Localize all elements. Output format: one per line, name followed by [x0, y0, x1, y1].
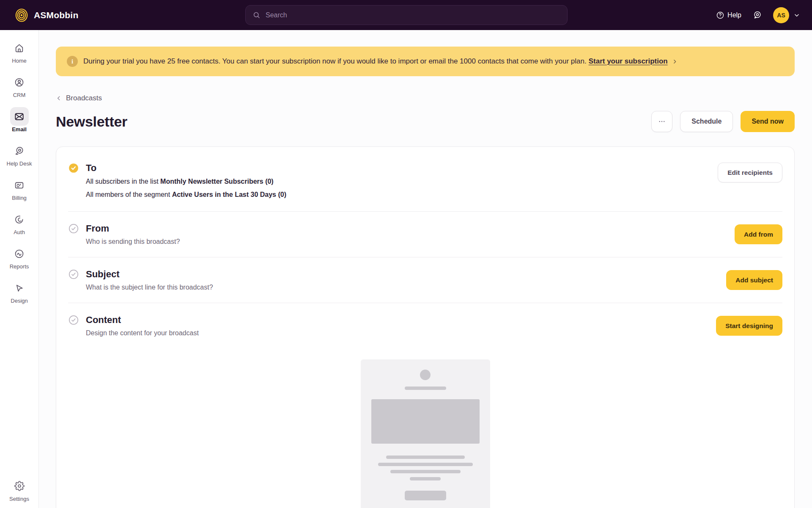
- sidebar-item-design[interactable]: Design: [0, 279, 39, 313]
- chat-bubble-icon: [752, 10, 762, 20]
- to-line-prefix: All members of the segment: [86, 191, 172, 198]
- help-icon: [716, 11, 724, 19]
- chevron-left-icon: [56, 95, 62, 101]
- check-circle-outline-icon: [68, 269, 79, 280]
- envelope-icon: [10, 107, 29, 126]
- credit-card-icon: [10, 176, 29, 194]
- to-recipients-line: All members of the segment Active Users …: [86, 190, 711, 200]
- trial-banner: i During your trial you have 25 free con…: [56, 47, 795, 76]
- placeholder-button: [405, 491, 446, 500]
- sidebar-item-label: Design: [11, 298, 27, 304]
- main-content: i During your trial you have 25 free con…: [39, 30, 812, 508]
- sidebar-item-label: Reports: [10, 263, 29, 270]
- section-title: To: [86, 163, 96, 174]
- start-subscription-link[interactable]: Start your subscription: [589, 57, 668, 65]
- check-circle-outline-icon: [68, 315, 79, 326]
- sidebar-item-label: Home: [12, 58, 27, 64]
- sidebar-item-label: Settings: [9, 496, 29, 502]
- chevron-right-icon: [672, 59, 678, 64]
- user-circle-icon: [10, 73, 29, 91]
- chat-bubbles-icon: [10, 141, 29, 160]
- section-from: From Who is sending this broadcast? Add …: [65, 212, 786, 257]
- to-segment-name: Active Users in the Last 30 Days (0): [172, 191, 286, 198]
- add-from-button[interactable]: Add from: [735, 224, 782, 244]
- search-icon: [252, 11, 261, 19]
- sidebar-item-label: Billing: [12, 195, 27, 201]
- trial-banner-message: During your trial you have 25 free conta…: [83, 57, 587, 65]
- section-title: Content: [86, 315, 121, 326]
- breadcrumb-label: Broadcasts: [66, 94, 102, 102]
- account-menu[interactable]: AS: [773, 7, 800, 23]
- sidebar-item-help-desk[interactable]: Help Desk: [0, 141, 39, 176]
- section-content: Content Design the content for your broa…: [65, 303, 786, 348]
- ellipsis-icon: [658, 118, 666, 125]
- schedule-button[interactable]: Schedule: [680, 111, 733, 132]
- sidebar-item-billing[interactable]: Billing: [0, 176, 39, 210]
- placeholder-line: [405, 387, 446, 390]
- edit-recipients-button[interactable]: Edit recipients: [718, 163, 782, 182]
- to-line-prefix: All subscribers in the list: [86, 178, 160, 185]
- cursor-icon: [10, 279, 29, 297]
- sidebar-item-settings[interactable]: Settings: [0, 477, 39, 502]
- page-title: Newsletter: [56, 113, 127, 130]
- auth-swirl-icon: [10, 210, 29, 229]
- brand[interactable]: ASMobbin: [14, 8, 78, 22]
- sidebar-item-label: CRM: [13, 92, 26, 98]
- avatar: AS: [773, 7, 789, 23]
- chart-wave-icon: [10, 244, 29, 263]
- brand-logo-icon: [14, 8, 29, 22]
- sidebar-item-label: Email: [12, 126, 27, 133]
- top-navbar: ASMobbin Help: [0, 0, 812, 30]
- gear-icon: [10, 477, 29, 495]
- sidebar-item-home[interactable]: Home: [0, 39, 39, 73]
- help-button[interactable]: Help: [716, 11, 741, 19]
- section-subtitle: Who is sending this broadcast?: [86, 238, 728, 246]
- sidebar-item-reports[interactable]: Reports: [0, 244, 39, 279]
- start-designing-button[interactable]: Start designing: [716, 316, 782, 336]
- sidebar-item-label: Auth: [14, 229, 25, 235]
- more-options-button[interactable]: [651, 111, 672, 132]
- sidebar-item-label: Help Desk: [7, 160, 32, 167]
- section-subtitle: What is the subject line for this broadc…: [86, 284, 719, 291]
- placeholder-line: [410, 477, 441, 480]
- section-title: Subject: [86, 269, 119, 280]
- search-field[interactable]: [265, 11, 560, 19]
- section-subject: Subject What is the subject line for thi…: [65, 257, 786, 303]
- sidebar-item-crm[interactable]: CRM: [0, 73, 39, 107]
- check-circle-outline-icon: [68, 223, 79, 234]
- send-now-button[interactable]: Send now: [741, 111, 795, 132]
- add-subject-button[interactable]: Add subject: [726, 270, 782, 290]
- chevron-down-icon: [793, 12, 800, 19]
- check-circle-filled-icon: [68, 163, 79, 174]
- feedback-chat-button[interactable]: [752, 10, 762, 20]
- placeholder-line: [378, 463, 473, 466]
- section-subtitle: Design the content for your broadcast: [86, 329, 709, 337]
- placeholder-line: [386, 456, 465, 459]
- to-list-name: Monthly Newsletter Subscribers (0): [160, 178, 274, 185]
- section-to: To All subscribers in the list Monthly N…: [65, 151, 786, 211]
- home-icon: [10, 39, 29, 57]
- brand-name: ASMobbin: [34, 10, 78, 20]
- placeholder-avatar: [420, 370, 431, 380]
- sidebar-item-auth[interactable]: Auth: [0, 210, 39, 244]
- section-title: From: [86, 223, 109, 234]
- trial-banner-text: During your trial you have 25 free conta…: [83, 57, 678, 66]
- sidebar-item-email[interactable]: Email: [0, 107, 39, 141]
- to-recipients-line: All subscribers in the list Monthly News…: [86, 177, 711, 187]
- search-input[interactable]: [245, 5, 568, 25]
- broadcast-setup-card: To All subscribers in the list Monthly N…: [56, 146, 795, 508]
- breadcrumb[interactable]: Broadcasts: [56, 94, 102, 102]
- email-preview-placeholder: [361, 359, 490, 508]
- placeholder-line: [390, 470, 461, 473]
- info-circle-icon: i: [67, 56, 78, 67]
- placeholder-image: [371, 399, 480, 444]
- sidebar-nav: Home CRM Email: [0, 30, 39, 508]
- help-label: Help: [727, 11, 741, 19]
